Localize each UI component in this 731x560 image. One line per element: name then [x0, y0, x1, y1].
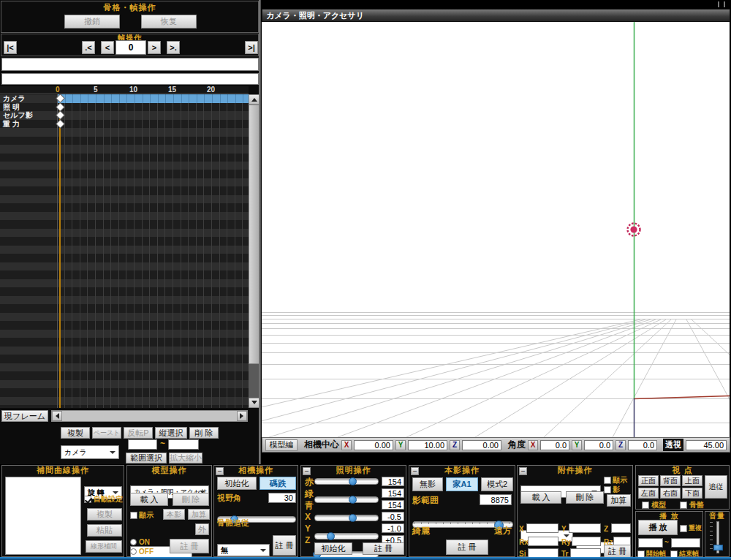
model-show-checkbox[interactable]	[130, 512, 137, 519]
hscroll-right-arrow[interactable]	[237, 411, 247, 421]
viewport-canvas[interactable]	[262, 22, 730, 437]
play-repeat-checkbox[interactable]	[680, 525, 687, 532]
light-blue-field[interactable]: 154	[382, 500, 404, 510]
accessory-y-field[interactable]	[569, 523, 601, 533]
track-label-selfshadow[interactable]: セルフ影	[3, 111, 33, 119]
vselect-button[interactable]: 縦選択	[155, 427, 187, 439]
angle-x-field[interactable]: 0.0	[540, 440, 569, 450]
shadow-mode2-button[interactable]: 模式2	[481, 477, 513, 491]
camera-register-button[interactable]: 註 冊	[273, 535, 296, 556]
view-model-checkbox[interactable]	[642, 502, 649, 509]
frame-next5-button[interactable]: >.	[167, 41, 180, 54]
interp-copy-button[interactable]: 複製	[87, 508, 122, 521]
vscroll-up-arrow[interactable]	[249, 94, 260, 105]
frame-prev-button[interactable]: <	[101, 41, 114, 54]
camera-follow-dropdown[interactable]: 無	[217, 544, 270, 556]
current-frame-button[interactable]: 現フレーム	[1, 410, 48, 422]
camera-perspective-button[interactable]: 碼跌	[260, 477, 296, 490]
light-y-field[interactable]: -1.0	[382, 523, 404, 533]
model-show-row[interactable]: 顯示	[130, 510, 154, 521]
angle-y-field[interactable]: 0.0	[584, 440, 613, 450]
undo-button[interactable]: 撤銷	[64, 15, 120, 29]
copy-button[interactable]: 複製	[61, 427, 90, 439]
light-minimize-button[interactable]: –	[303, 467, 311, 475]
auto-setting-checkbox[interactable]	[84, 496, 91, 503]
accessory-x-field[interactable]	[526, 523, 558, 533]
frame-first-button[interactable]: |<	[4, 41, 17, 54]
interp-paste-button[interactable]: 粘貼	[87, 524, 122, 537]
play-repeat-row[interactable]: 重複	[680, 523, 702, 533]
accessory-delete-button[interactable]: 刪 除	[566, 491, 604, 504]
view-back-button[interactable]: 背面	[660, 475, 681, 486]
camera-fov-field[interactable]: 30	[268, 493, 296, 503]
timeline-ruler[interactable]: 0 5 10 15 20	[0, 86, 249, 94]
light-x-slider[interactable]	[314, 533, 379, 540]
range-start-input[interactable]	[128, 439, 157, 450]
accessory-shadow-checkbox[interactable]	[604, 486, 611, 493]
shadow-mode1-button[interactable]: 家A1	[446, 477, 478, 491]
accessory-register-button[interactable]: 註 冊	[604, 545, 631, 558]
viewport-titlebar[interactable]: カメラ・照明・アクセサリ	[262, 9, 730, 22]
camera-center-x-field[interactable]: 0.00	[354, 440, 393, 450]
accessory-add-button[interactable]: 加算	[607, 494, 631, 507]
volume-slider-thumb[interactable]	[713, 545, 723, 550]
view-model-row[interactable]: 模型	[642, 500, 666, 510]
play-startframe-checkbox[interactable]	[637, 550, 645, 558]
accessory-minimize-button[interactable]: –	[519, 467, 527, 475]
model-edit-button[interactable]: 模型編	[265, 439, 298, 451]
play-endframe-checkbox[interactable]	[670, 550, 678, 558]
play-end-input[interactable]	[671, 538, 700, 548]
view-front-button[interactable]: 正面	[638, 475, 659, 486]
light-blue-slider[interactable]	[314, 515, 379, 521]
model-off-radio[interactable]	[130, 548, 137, 555]
light-red-field[interactable]: 154	[382, 477, 404, 486]
accessory-z-field[interactable]	[611, 523, 631, 533]
redo-button[interactable]: 恢复	[141, 15, 197, 29]
view-bone-checkbox[interactable]	[680, 502, 687, 509]
model-off-row[interactable]: OFF	[130, 548, 154, 556]
light-green-thumb[interactable]	[349, 496, 357, 504]
interp-curve-box[interactable]	[5, 477, 81, 555]
timeline-hscrollbar[interactable]	[51, 410, 248, 422]
volume-slider[interactable]	[716, 521, 719, 553]
interp-linear-button[interactable]: 線形補間	[86, 540, 122, 553]
light-red-slider[interactable]	[314, 478, 379, 485]
play-button[interactable]: 播 放	[638, 520, 678, 535]
timeline-vscrollbar[interactable]	[249, 94, 260, 408]
track-label-camera[interactable]: カメラ	[3, 94, 26, 102]
camera-minimize-button[interactable]: –	[216, 467, 224, 475]
frame-number-input[interactable]: 0	[115, 40, 146, 55]
model-shadow-button[interactable]: 本影	[163, 509, 185, 520]
range-end-input[interactable]	[168, 439, 199, 450]
track-label-light[interactable]: 照 明	[3, 103, 20, 111]
shadow-none-button[interactable]: 無影	[412, 477, 443, 491]
vscroll-down-arrow[interactable]	[249, 398, 260, 408]
play-start-input[interactable]	[638, 538, 663, 548]
frame-last-button[interactable]: >|	[245, 41, 258, 54]
accessory-show-checkbox[interactable]	[604, 477, 611, 484]
light-green-slider[interactable]	[314, 496, 379, 503]
accessory-load-button[interactable]: 載 入	[520, 491, 561, 504]
track-target-dropdown[interactable]: カメラ	[61, 445, 119, 459]
model-register-button[interactable]: 註 冊	[170, 539, 209, 553]
shadow-register-button[interactable]: 註 冊	[446, 540, 488, 555]
fov-field[interactable]: 45.00	[686, 440, 727, 450]
shadow-minimize-button[interactable]: –	[411, 467, 419, 475]
light-green-field[interactable]: 154	[382, 488, 404, 498]
frame-next-button[interactable]: >	[148, 41, 161, 54]
angle-z-field[interactable]: 0.0	[628, 440, 657, 450]
accessory-shadow-row[interactable]: 影	[604, 485, 620, 495]
view-right-button[interactable]: 右面	[660, 488, 681, 499]
light-blue-thumb[interactable]	[349, 514, 357, 522]
view-bottom-button[interactable]: 下面	[682, 488, 702, 499]
paste-button[interactable]: ペースト	[92, 427, 121, 439]
bone-name-field[interactable]	[1, 58, 259, 71]
delete-button[interactable]: 削 除	[189, 427, 219, 439]
model-on-radio[interactable]	[130, 539, 137, 545]
flip-button[interactable]: 反転P	[124, 427, 153, 439]
accessory-ry-field[interactable]	[572, 537, 601, 546]
view-top-button[interactable]: 上面	[682, 475, 702, 486]
camera-init-button[interactable]: 初始化	[217, 477, 257, 490]
frame-prev5-button[interactable]: .<	[82, 41, 95, 54]
camera-track-selection[interactable]	[58, 94, 249, 103]
